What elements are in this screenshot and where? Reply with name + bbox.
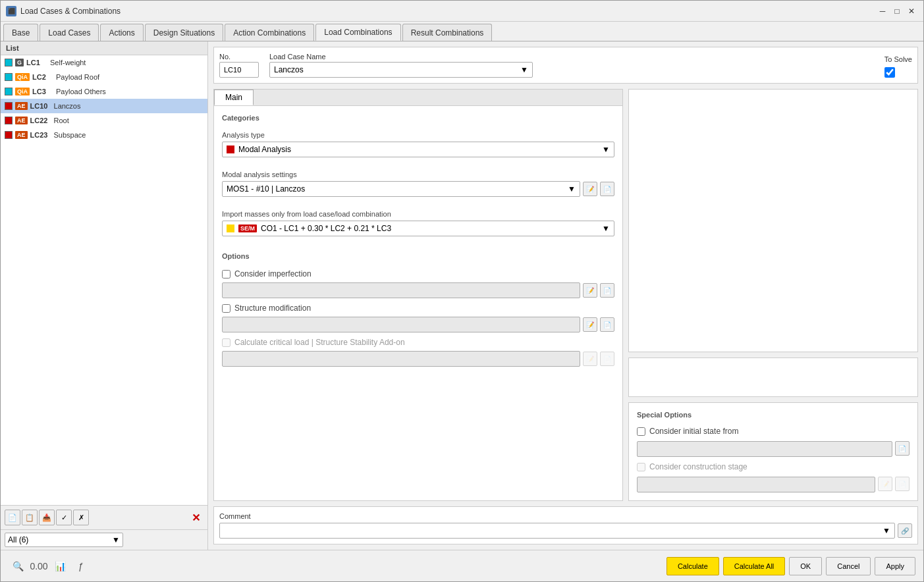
- structure-mod-input-row: 📝 📄: [222, 317, 614, 332]
- modal-settings-group: Modal analysis settings MOS1 - #10 | Lan…: [222, 171, 614, 197]
- list-toolbar: 📄 📋 📥 ✓ ✗ ✕: [1, 505, 207, 529]
- import-masses-group: Import masses only from load case/load c…: [222, 210, 614, 236]
- item-name: Lanczos: [54, 102, 81, 110]
- center-content: Categories Analysis type Modal Analysis: [214, 106, 622, 500]
- chevron-down-icon: ▼: [602, 224, 610, 233]
- imperfection-input: [222, 282, 580, 298]
- item-code: LC3: [32, 88, 53, 95]
- item-code: LC10: [30, 102, 51, 110]
- maximize-button[interactable]: □: [890, 5, 904, 18]
- imperfection-edit-button[interactable]: 📝: [583, 283, 597, 298]
- tab-actions[interactable]: Actions: [100, 24, 143, 41]
- list-header: List: [1, 41, 207, 55]
- special-options-title: Special Options: [637, 411, 910, 419]
- imperfection-label[interactable]: Consider imperfection: [222, 269, 614, 278]
- structure-mod-row: Structure modification 📝 📄: [222, 304, 614, 332]
- modal-settings-add-button[interactable]: 📄: [600, 182, 614, 196]
- analysis-type-select[interactable]: Modal Analysis ▼: [222, 142, 614, 157]
- critical-load-add-button: 📄: [600, 352, 614, 366]
- list-item[interactable]: G LC1 Self-weight: [1, 55, 207, 70]
- counter-button[interactable]: 0.00: [30, 557, 48, 575]
- imperfection-checkbox[interactable]: [222, 270, 231, 278]
- add-item-button[interactable]: 📄: [5, 510, 20, 525]
- tab-base[interactable]: Base: [3, 24, 38, 41]
- calculate-all-button[interactable]: Calculate All: [723, 557, 786, 575]
- list-item[interactable]: AE LC22 Root: [1, 113, 207, 128]
- import-button[interactable]: 📥: [39, 510, 55, 525]
- initial-state-add-button[interactable]: 📄: [895, 441, 910, 456]
- chevron-down-icon: ▼: [883, 526, 890, 535]
- analysis-color-dot: [227, 146, 234, 153]
- apply-button[interactable]: Apply: [875, 557, 915, 575]
- import-masses-label: Import masses only from load case/load c…: [222, 210, 614, 218]
- filter-row: All (6) ▼: [1, 529, 207, 550]
- structure-mod-checkbox[interactable]: [222, 304, 231, 313]
- close-button[interactable]: ✕: [905, 5, 918, 18]
- ok-button[interactable]: OK: [789, 557, 822, 575]
- list-area: G LC1 Self-weight QiA LC2 Payload Roof Q…: [1, 55, 207, 505]
- search-button[interactable]: 🔍: [9, 557, 27, 575]
- list-item[interactable]: QiA LC2 Payload Roof: [1, 70, 207, 84]
- tab-bar: Base Load Cases Actions Design Situation…: [1, 22, 923, 41]
- name-dropdown[interactable]: Lanczos ▼: [269, 62, 533, 78]
- options-section: Options Consider imperfection 📝: [222, 252, 614, 367]
- check-button[interactable]: ✓: [56, 510, 72, 525]
- item-code: LC2: [32, 73, 53, 81]
- initial-state-label[interactable]: Consider initial state from: [637, 427, 910, 436]
- cancel-button[interactable]: Cancel: [826, 557, 871, 575]
- filter-label: All (6): [8, 535, 28, 544]
- to-solve-checkbox[interactable]: [884, 67, 895, 78]
- item-name: Root: [54, 117, 69, 124]
- tab-load-cases[interactable]: Load Cases: [40, 24, 99, 41]
- tab-result-combinations[interactable]: Result Combinations: [402, 24, 493, 41]
- comment-dropdown[interactable]: ▼: [219, 523, 895, 539]
- delete-button[interactable]: ✕: [188, 510, 204, 525]
- type-badge: AE: [15, 117, 28, 124]
- list-item[interactable]: QiA LC3 Payload Others: [1, 84, 207, 99]
- calculate-button[interactable]: Calculate: [666, 557, 719, 575]
- color-indicator: [5, 117, 13, 124]
- function-button[interactable]: ƒ: [72, 557, 90, 575]
- critical-load-input-row: 📝 📄: [222, 351, 614, 367]
- filter-dropdown[interactable]: All (6) ▼: [5, 533, 123, 547]
- structure-mod-input: [222, 317, 580, 332]
- tab-design-situations[interactable]: Design Situations: [145, 24, 223, 41]
- chevron-down-icon: ▼: [112, 535, 120, 544]
- no-field: No.: [219, 53, 259, 78]
- top-form: No. Load Case Name Lanczos ▼ To Solve: [213, 47, 918, 84]
- tab-main[interactable]: Main: [214, 90, 254, 105]
- structure-mod-edit-button[interactable]: 📝: [583, 317, 597, 332]
- construction-stage-input: [637, 477, 875, 492]
- imperfection-input-row: 📝 📄: [222, 282, 614, 298]
- copy-item-button[interactable]: 📋: [22, 510, 38, 525]
- type-badge: G: [15, 59, 24, 66]
- modal-settings-select[interactable]: MOS1 - #10 | Lanczos ▼: [222, 181, 580, 197]
- structure-mod-label[interactable]: Structure modification: [222, 304, 614, 313]
- no-input[interactable]: [219, 62, 259, 78]
- comment-link-button[interactable]: 🔗: [898, 523, 912, 538]
- initial-state-checkbox[interactable]: [637, 427, 645, 436]
- construction-stage-add-button: 📄: [895, 477, 910, 491]
- list-item-selected[interactable]: AE LC10 Lanczos: [1, 99, 207, 113]
- modal-settings-edit-button[interactable]: 📝: [583, 182, 597, 196]
- type-badge: QiA: [15, 73, 30, 81]
- structure-mod-add-button[interactable]: 📄: [600, 317, 614, 332]
- graph-button[interactable]: 📊: [51, 557, 69, 575]
- minimize-button[interactable]: ─: [876, 5, 889, 18]
- item-name: Payload Others: [56, 88, 106, 95]
- import-masses-color-dot: [227, 225, 234, 232]
- imperfection-add-button[interactable]: 📄: [600, 283, 614, 298]
- critical-load-checkbox: [222, 338, 231, 347]
- options-title: Options: [222, 252, 614, 260]
- bottom-icons: 🔍 0.00 📊 ƒ: [9, 557, 90, 575]
- list-item[interactable]: AE LC23 Subspace: [1, 128, 207, 142]
- uncheck-button[interactable]: ✗: [73, 510, 89, 525]
- item-name: Self-weight: [50, 59, 86, 66]
- tab-action-combinations[interactable]: Action Combinations: [225, 24, 314, 41]
- tab-load-combinations[interactable]: Load Combinations: [315, 24, 400, 41]
- to-solve-label: To Solve: [884, 55, 912, 63]
- right-panel: No. Load Case Name Lanczos ▼ To Solve: [208, 41, 923, 550]
- import-masses-select[interactable]: SE/M CO1 - LC1 + 0.30 * LC2 + 0.21 * LC3…: [222, 221, 614, 236]
- comment-section: Comment ▼ 🔗: [213, 506, 918, 544]
- comment-label: Comment: [219, 512, 912, 520]
